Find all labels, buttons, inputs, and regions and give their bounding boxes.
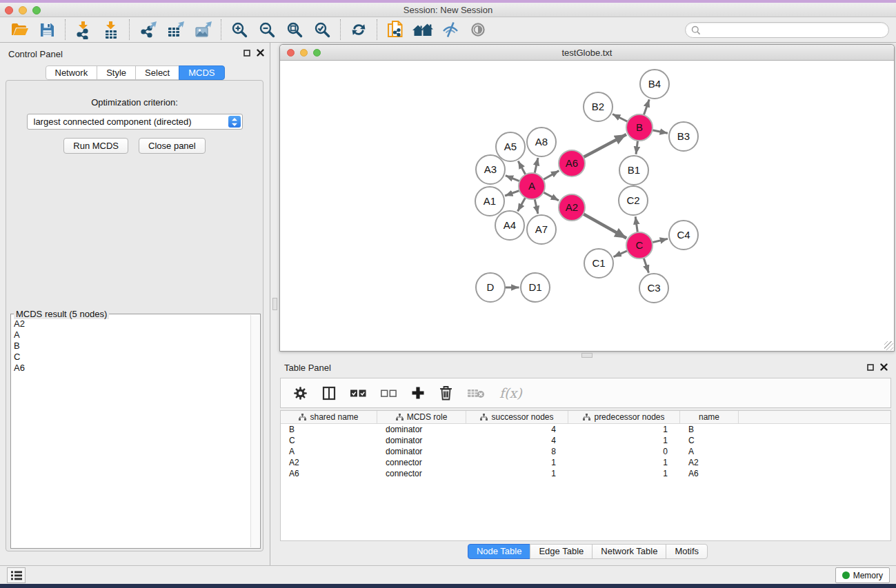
- result-item[interactable]: A2: [14, 318, 249, 330]
- result-item[interactable]: A6: [14, 363, 249, 374]
- function-builder-button[interactable]: f(x): [499, 385, 522, 401]
- result-item[interactable]: A: [14, 330, 249, 341]
- delete-table-button[interactable]: [467, 387, 485, 399]
- criterion-select[interactable]: largest connected component (directed): [27, 114, 243, 130]
- home-network-button[interactable]: [409, 19, 437, 41]
- zoom-window-button[interactable]: [32, 6, 41, 14]
- result-item[interactable]: B: [14, 341, 249, 352]
- import-network-icon: [74, 21, 92, 39]
- network-minimize-button[interactable]: [300, 49, 308, 57]
- table-row[interactable]: Adominator80A: [281, 446, 890, 457]
- memory-button[interactable]: Memory: [835, 567, 890, 583]
- close-panel-button[interactable]: Close panel: [139, 138, 206, 154]
- table-row[interactable]: Cdominator41C: [281, 435, 890, 446]
- minimize-window-button[interactable]: [19, 6, 27, 14]
- node-B4[interactable]: B4: [640, 70, 669, 99]
- column-header-successor-nodes[interactable]: successor nodes: [466, 411, 568, 423]
- close-panel-icon[interactable]: [257, 49, 264, 57]
- node-C3[interactable]: C3: [639, 274, 668, 303]
- task-history-button[interactable]: [7, 567, 26, 583]
- node-A8[interactable]: A8: [527, 128, 556, 156]
- tab-edge-table[interactable]: Edge Table: [530, 544, 593, 559]
- search-field[interactable]: [685, 22, 889, 38]
- node-A3[interactable]: A3: [476, 155, 505, 184]
- float-panel-icon[interactable]: [243, 50, 250, 57]
- node-B2[interactable]: B2: [584, 92, 613, 121]
- horizontal-splitter-handle[interactable]: [581, 353, 593, 358]
- network-canvas[interactable]: B4B2BB3B1C2A5A8A6A3AA1A2A4A7CC4C1C3DD1: [280, 61, 894, 351]
- table-cell: 1: [568, 469, 680, 478]
- export-table-button[interactable]: [161, 19, 189, 41]
- zoom-fit-button[interactable]: [281, 19, 308, 41]
- node-table[interactable]: shared nameMCDS rolesuccessor nodesprede…: [280, 410, 891, 541]
- table-row[interactable]: Bdominator41B: [281, 424, 890, 435]
- column-header-name[interactable]: name: [680, 411, 739, 423]
- import-table-button[interactable]: [97, 19, 125, 41]
- close-table-panel-icon[interactable]: [880, 363, 888, 371]
- window-resize-grip[interactable]: [884, 341, 893, 350]
- table-row[interactable]: A6connector11A6: [281, 468, 890, 479]
- zoom-out-button[interactable]: [253, 19, 281, 41]
- delete-column-button[interactable]: [439, 385, 452, 401]
- vertical-splitter-handle[interactable]: [272, 298, 277, 310]
- close-window-button[interactable]: [5, 6, 13, 14]
- float-table-panel-icon[interactable]: [867, 364, 874, 371]
- create-column-button[interactable]: [411, 386, 425, 400]
- tab-network[interactable]: Network: [45, 65, 97, 80]
- hide-graphics-details-button[interactable]: [437, 19, 464, 41]
- node-D[interactable]: D: [476, 273, 505, 302]
- tab-node-table[interactable]: Node Table: [468, 544, 531, 559]
- node-C[interactable]: C: [626, 232, 653, 258]
- column-header-mcds-role[interactable]: MCDS role: [377, 411, 466, 423]
- zoom-in-button[interactable]: [226, 19, 253, 41]
- node-A[interactable]: A: [519, 173, 545, 199]
- open-file-button[interactable]: [6, 19, 33, 41]
- node-D1[interactable]: D1: [521, 273, 550, 302]
- node-A6[interactable]: A6: [559, 150, 585, 176]
- node-A5[interactable]: A5: [496, 132, 525, 161]
- tab-network-table[interactable]: Network Table: [592, 544, 666, 559]
- tab-mcds[interactable]: MCDS: [179, 65, 224, 80]
- zoom-selected-button[interactable]: [308, 19, 336, 41]
- node-B1[interactable]: B1: [619, 156, 648, 185]
- table-cell: 4: [466, 425, 568, 434]
- network-window-titlebar: testGlobe.txt: [280, 45, 894, 61]
- node-C4[interactable]: C4: [669, 221, 698, 250]
- run-mcds-button[interactable]: Run MCDS: [63, 138, 128, 154]
- result-scrollbar[interactable]: [250, 315, 259, 547]
- column-header-shared-name[interactable]: shared name: [281, 411, 377, 423]
- control-panel-title: Control Panel: [8, 49, 63, 59]
- node-B[interactable]: B: [626, 114, 653, 141]
- import-network-button[interactable]: [70, 19, 97, 41]
- tab-select[interactable]: Select: [135, 65, 179, 80]
- table-settings-button[interactable]: [293, 386, 308, 401]
- clone-network-view-button[interactable]: [381, 19, 409, 41]
- show-column-button[interactable]: [322, 386, 336, 401]
- memory-label: Memory: [853, 571, 883, 580]
- node-A7[interactable]: A7: [527, 215, 556, 244]
- unselect-all-button[interactable]: [381, 388, 397, 398]
- tab-motifs[interactable]: Motifs: [666, 544, 708, 559]
- refresh-view-button[interactable]: [345, 19, 372, 41]
- node-A1[interactable]: A1: [475, 187, 504, 216]
- network-zoom-button[interactable]: [313, 49, 321, 57]
- export-network-button[interactable]: [134, 19, 161, 41]
- node-B3[interactable]: B3: [669, 122, 698, 151]
- node-label: A7: [535, 223, 548, 235]
- tab-style[interactable]: Style: [97, 65, 136, 80]
- search-input[interactable]: [701, 24, 888, 37]
- export-image-button[interactable]: [189, 19, 217, 41]
- result-item[interactable]: C: [14, 352, 249, 363]
- column-header-predecessor-nodes[interactable]: predecessor nodes: [568, 411, 680, 423]
- save-session-button[interactable]: [33, 19, 61, 41]
- select-all-button[interactable]: [350, 388, 366, 398]
- node-C2[interactable]: C2: [619, 186, 648, 215]
- node-label: A: [528, 180, 535, 192]
- node-C1[interactable]: C1: [584, 249, 613, 278]
- table-row[interactable]: A2connector11A2: [281, 457, 890, 468]
- node-A4[interactable]: A4: [495, 211, 524, 240]
- node-A2[interactable]: A2: [559, 194, 585, 221]
- birds-eye-view-button[interactable]: [464, 19, 492, 41]
- network-close-button[interactable]: [287, 49, 295, 57]
- delete-table-icon: [467, 387, 485, 399]
